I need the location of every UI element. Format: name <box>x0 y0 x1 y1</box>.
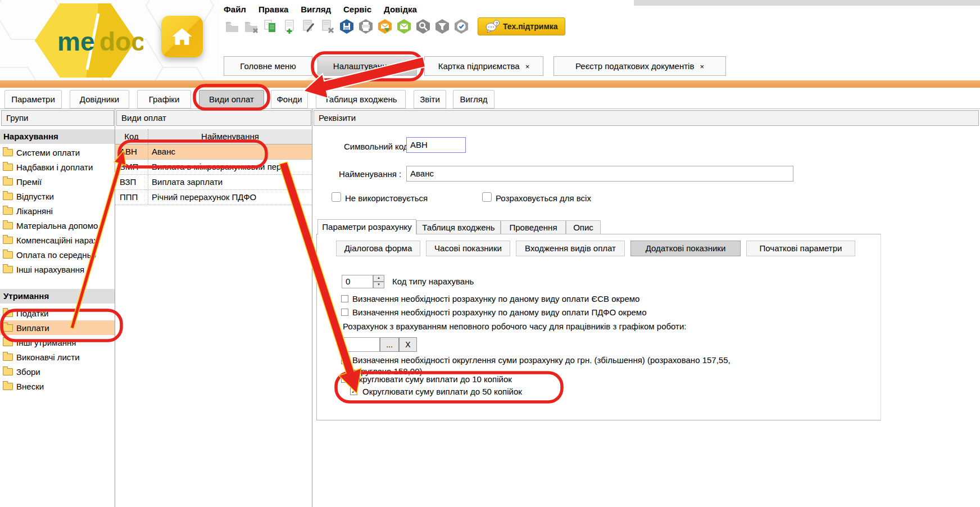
tech-support-label: Тех.підтримка <box>503 22 558 31</box>
close-tab-icon[interactable]: × <box>525 62 530 71</box>
table-row-avn[interactable]: АВН Аванс <box>115 144 312 160</box>
module-tab-row: Параметри Довідники Графіки Види оплат Ф… <box>0 88 980 109</box>
tech-support-button[interactable]: ? Тех.підтримка <box>478 17 565 35</box>
group-item-taxes[interactable]: Податки <box>0 306 115 320</box>
delete-document-icon[interactable] <box>319 18 336 35</box>
group-item-other-withholdings[interactable]: Інші утримання <box>0 335 115 350</box>
medoc-logo: me doc <box>31 1 143 80</box>
close-tab-icon[interactable]: × <box>397 62 402 71</box>
table-row-vzp[interactable]: ВЗП Виплата зарплати <box>115 175 312 190</box>
module-tab-parameters[interactable]: Параметри <box>4 90 62 108</box>
spin-up-icon[interactable]: ▲ <box>373 275 384 282</box>
tab-description[interactable]: Опис <box>566 220 601 234</box>
code-type-stepper[interactable]: ▲▼ <box>373 275 384 288</box>
group-item-other-accruals[interactable]: Інші нарахування <box>0 262 115 277</box>
group-item-label: Оплата по середньо <box>16 250 96 260</box>
folder-icon <box>3 164 13 171</box>
pdfo-separate-checkbox[interactable] <box>341 309 348 316</box>
menu-edit[interactable]: Правка <box>258 4 288 14</box>
group-item-bonuses[interactable]: Премії <box>0 174 115 189</box>
folder-icon <box>3 324 13 332</box>
cancel-document-icon[interactable] <box>243 18 260 35</box>
pdfo-separate-label: Визначення необхідності розрахунку по да… <box>352 307 646 317</box>
group-item-payouts[interactable]: Виплати <box>0 320 115 335</box>
group-item-label: Інші утримання <box>16 338 76 347</box>
code-type-label: Код типу нарахувань <box>392 277 474 286</box>
check-mail-icon[interactable] <box>396 18 412 35</box>
folder-icon <box>3 251 13 259</box>
table-row-vmp[interactable]: ВМП Виплата в міжрозрахунковий пері <box>115 160 312 175</box>
subtab-payment-entry[interactable]: Входження видів оплат <box>516 241 625 256</box>
new-document-icon[interactable] <box>281 18 298 35</box>
group-item-contributions[interactable]: Внески <box>0 379 115 393</box>
menu-help[interactable]: Довідка <box>384 4 417 14</box>
schedule-note: Розрахунок з врахуванням неповного робоч… <box>343 322 687 331</box>
module-tab-reports[interactable]: Звіти <box>414 90 446 108</box>
tab-enterprise-card[interactable]: Картка підприємства× <box>424 56 543 76</box>
group-item-compensations[interactable]: Компенсаційні нарах <box>0 233 115 247</box>
tab-main-menu[interactable]: Головне меню <box>224 56 312 76</box>
subtab-dialog-form[interactable]: Діалогова форма <box>336 241 420 256</box>
module-tab-entry-table[interactable]: Таблиця входжень <box>316 90 406 108</box>
group-item-allowances[interactable]: Надбавки і доплати <box>0 160 115 174</box>
folder-icon <box>3 237 13 244</box>
round-10-kop-checkbox[interactable] <box>341 375 348 383</box>
home-button[interactable] <box>161 16 203 57</box>
subtab-additional-indicators[interactable]: Додаткові показники <box>630 241 741 256</box>
round-50-kop-label: Округлювати суму виплати до 50 копійок <box>362 387 522 396</box>
send-report-icon[interactable] <box>376 18 393 35</box>
browse-button[interactable]: ... <box>380 337 399 352</box>
module-tab-payment-types[interactable]: Види оплат <box>199 90 264 108</box>
tab-tax-documents-register[interactable]: Реєстр податкових документів× <box>553 56 726 76</box>
section-withholdings: Утримання <box>0 289 115 304</box>
copy-document-icon[interactable] <box>262 18 279 35</box>
cell-code: ВМП <box>115 160 148 174</box>
group-item-vacations[interactable]: Відпустки <box>0 189 115 203</box>
open-document-icon[interactable] <box>224 18 241 35</box>
group-item-sick-leave[interactable]: Лікарняні <box>0 203 115 218</box>
calculated-for-all-checkbox[interactable] <box>482 192 492 202</box>
subtab-initial-parameters[interactable]: Початкові параметри <box>746 241 855 256</box>
tab-calc-parameters[interactable]: Параметри розрахунку <box>317 219 416 234</box>
print-icon[interactable] <box>357 18 374 35</box>
not-used-label: Не використовується <box>345 193 428 203</box>
subtab-time-indicators[interactable]: Часові показники <box>426 241 510 256</box>
round-50-kop-checkbox[interactable] <box>350 388 357 395</box>
group-item-writ-of-execution[interactable]: Виконавчі листи <box>0 350 115 364</box>
spin-down-icon[interactable]: ▼ <box>373 282 384 288</box>
schedule-input[interactable] <box>342 337 380 352</box>
module-tab-appearance[interactable]: Вигляд <box>453 90 494 108</box>
tab-entry-table[interactable]: Таблиця входжень <box>416 220 501 234</box>
folder-icon <box>3 368 13 375</box>
verify-signature-icon[interactable] <box>453 18 470 35</box>
tab-label: Реєстр податкових документів <box>575 61 694 71</box>
clear-button[interactable]: X <box>399 337 417 352</box>
name-input[interactable]: Аванс <box>406 166 793 182</box>
group-item-average-pay[interactable]: Оплата по середньо <box>0 247 115 262</box>
table-row-ppp[interactable]: ППП Річний перерахунок ПДФО <box>115 190 312 205</box>
tab-settings[interactable]: Налаштування× <box>317 56 417 76</box>
filter-icon[interactable] <box>434 18 451 35</box>
menu-file[interactable]: Файл <box>224 4 246 14</box>
group-item-material-aid[interactable]: Матеріальна допомо <box>0 218 115 233</box>
column-name[interactable]: Найменування <box>148 129 312 144</box>
menu-service[interactable]: Сервіс <box>343 4 371 14</box>
column-code[interactable]: Код <box>115 129 148 144</box>
module-tab-schedules[interactable]: Графіки <box>137 90 191 108</box>
edit-document-icon[interactable] <box>300 18 317 35</box>
search-icon[interactable] <box>415 18 432 35</box>
round-to-uah-checkbox[interactable] <box>341 357 348 364</box>
not-used-checkbox[interactable] <box>332 192 341 202</box>
save-icon[interactable] <box>338 18 355 35</box>
group-item-pay-systems[interactable]: Системи оплати <box>0 145 115 160</box>
menu-view[interactable]: Вигляд <box>301 4 331 14</box>
module-tab-funds[interactable]: Фонди <box>271 90 308 108</box>
module-tab-directories[interactable]: Довідники <box>70 90 129 108</box>
folder-icon <box>3 310 13 317</box>
tab-posting[interactable]: Проведення <box>501 220 566 234</box>
code-type-input[interactable]: 0 <box>342 275 373 288</box>
close-tab-icon[interactable]: × <box>700 62 704 71</box>
symbol-code-input[interactable]: АВН <box>406 137 466 153</box>
esv-separate-checkbox[interactable] <box>341 295 348 302</box>
group-item-fees[interactable]: Збори <box>0 364 115 379</box>
